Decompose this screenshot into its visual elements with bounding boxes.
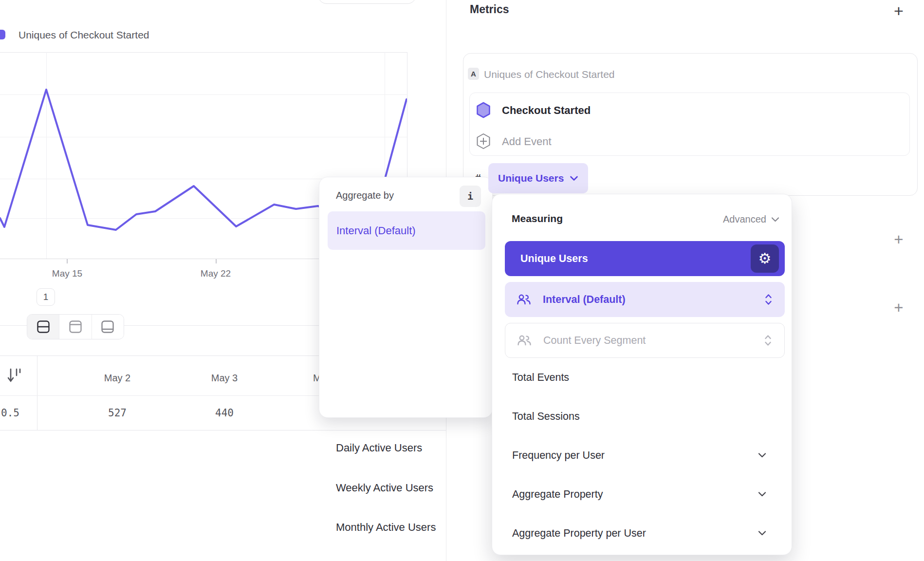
advanced-mode-selector[interactable]: Advanced bbox=[492, 214, 779, 225]
up-down-chevron-icon bbox=[764, 335, 772, 346]
menu-item-aggregate-property[interactable]: Aggregate Property bbox=[512, 483, 775, 506]
menu-item-cumulative-users[interactable]: Cumulative Users bbox=[336, 558, 482, 561]
menu-item-label: Frequency per User bbox=[512, 449, 605, 462]
table-row-border bbox=[0, 430, 446, 430]
add-filter-button[interactable]: + bbox=[890, 231, 907, 248]
settings-button[interactable]: ⚙ bbox=[751, 244, 779, 273]
chevron-down-icon bbox=[771, 217, 779, 222]
info-icon[interactable]: i bbox=[460, 186, 481, 207]
add-event-button[interactable]: Add Event bbox=[502, 135, 552, 148]
menu-item-total-events[interactable]: Total Events bbox=[512, 366, 775, 389]
chevron-down-icon bbox=[758, 492, 766, 497]
menu-item-label: Aggregate Property bbox=[512, 488, 603, 501]
menu-item-label: Total Sessions bbox=[512, 411, 580, 423]
users-icon bbox=[517, 294, 531, 305]
insights-report-page: Uniques of Checkout Started May 15 May 2… bbox=[0, 0, 924, 561]
users-icon bbox=[517, 335, 532, 346]
split-horizontal-icon bbox=[37, 320, 50, 333]
table-header-cell[interactable]: May 2 bbox=[69, 373, 166, 384]
add-breakdown-button[interactable]: + bbox=[890, 299, 907, 317]
metric-card: A Uniques of Checkout Started Checkout S… bbox=[463, 53, 918, 196]
table-cell: 527 bbox=[69, 407, 166, 419]
up-down-chevron-icon bbox=[765, 294, 772, 305]
menu-item-monthly-active-users[interactable]: Monthly Active Users bbox=[336, 518, 482, 537]
toolbar-pill-partial bbox=[318, 0, 416, 4]
interval-selector-row[interactable]: Interval (Default) bbox=[505, 282, 785, 317]
table-cell: 440 bbox=[176, 407, 273, 419]
menu-item-daily-active-users[interactable]: Daily Active Users bbox=[336, 438, 482, 458]
chevron-down-icon bbox=[758, 453, 766, 458]
menu-item-aggregate-property-per-user[interactable]: Aggregate Property per User bbox=[512, 522, 775, 545]
menu-item-weekly-active-users[interactable]: Weekly Active Users bbox=[336, 478, 482, 498]
metrics-section-title: Metrics bbox=[470, 3, 509, 16]
table-header-cell[interactable]: May 3 bbox=[176, 373, 273, 384]
table-cell: 0.5 bbox=[1, 407, 24, 419]
aggregate-by-title: Aggregate by bbox=[336, 190, 394, 201]
x-tick bbox=[216, 259, 217, 263]
menu-item-interval-default[interactable]: Interval (Default) bbox=[328, 211, 485, 250]
menu-item-label: Aggregate Property per User bbox=[512, 527, 646, 540]
event-name[interactable]: Checkout Started bbox=[502, 104, 591, 117]
count-every-segment-label: Count Every Segment bbox=[543, 335, 646, 347]
x-axis-label: May 15 bbox=[43, 268, 92, 279]
gear-icon: ⚙ bbox=[758, 251, 772, 266]
chart-legend-label: Uniques of Checkout Started bbox=[18, 29, 149, 41]
aggregate-by-menu: Aggregate by i Interval (Default) Daily … bbox=[319, 177, 493, 418]
add-metric-button[interactable]: + bbox=[888, 0, 909, 21]
menu-item-total-sessions[interactable]: Total Sessions bbox=[512, 405, 775, 428]
event-hexagon-icon bbox=[476, 102, 491, 118]
menu-item-frequency-per-user[interactable]: Frequency per User bbox=[512, 444, 775, 467]
bottom-bar-icon bbox=[101, 320, 114, 333]
top-bar-icon bbox=[69, 320, 82, 333]
advanced-mode-label: Advanced bbox=[723, 214, 766, 225]
chevron-down-icon bbox=[758, 531, 766, 536]
view-layout-toggle bbox=[27, 314, 124, 339]
metric-name-input[interactable]: Uniques of Checkout Started bbox=[484, 69, 615, 80]
layout-split-horizontal-button[interactable] bbox=[27, 315, 59, 339]
series-color-swatch bbox=[0, 30, 5, 39]
event-list-card: Checkout Started Add Event bbox=[469, 93, 910, 156]
table-column-divider bbox=[37, 355, 37, 430]
metric-letter-badge: A bbox=[468, 68, 479, 80]
menu-item-label: Total Events bbox=[512, 372, 569, 384]
x-axis-label: May 22 bbox=[191, 268, 240, 279]
measurement-chip[interactable]: Unique Users bbox=[488, 163, 588, 193]
selected-option-label: Unique Users bbox=[520, 253, 588, 265]
add-event-hexagon-icon bbox=[476, 133, 491, 150]
sort-icon[interactable] bbox=[7, 367, 22, 385]
chevron-down-icon bbox=[570, 176, 578, 181]
menu-item-label: Interval (Default) bbox=[336, 224, 416, 237]
x-tick bbox=[67, 259, 68, 263]
measuring-menu: Measuring Advanced Unique Users ⚙ bbox=[492, 194, 792, 555]
layout-bottom-bar-button[interactable] bbox=[92, 315, 124, 339]
interval-option-label: Interval (Default) bbox=[543, 294, 626, 306]
layout-top-bar-button[interactable] bbox=[59, 315, 91, 339]
measurement-chip-label: Unique Users bbox=[498, 172, 564, 184]
count-every-segment-row[interactable]: Count Every Segment bbox=[505, 323, 785, 358]
menu-item-unique-users-selected[interactable]: Unique Users ⚙ bbox=[505, 241, 785, 276]
series-count-badge[interactable]: 1 bbox=[37, 288, 55, 306]
